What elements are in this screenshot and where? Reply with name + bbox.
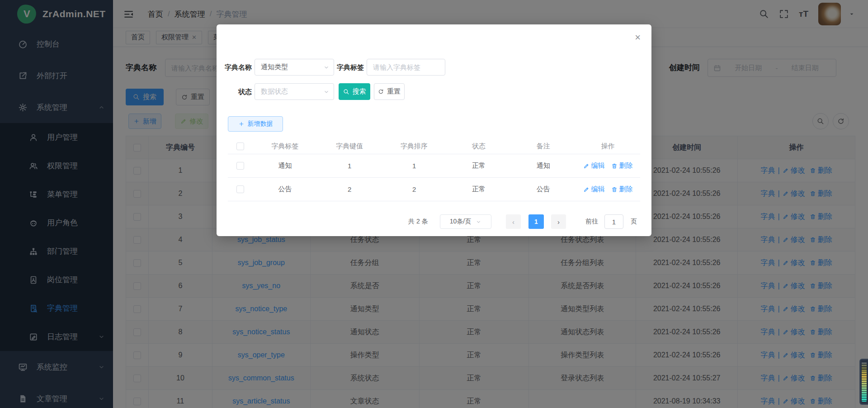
modal-cell-value: 1 bbox=[317, 162, 382, 170]
modal-table-header-cell: 备注 bbox=[511, 142, 576, 151]
modal-row-checkbox-cell bbox=[228, 162, 253, 170]
prev-page-button[interactable]: ‹ bbox=[506, 214, 521, 229]
modal-close-icon[interactable]: × bbox=[635, 33, 641, 43]
modal-reset-button[interactable]: 重置 bbox=[374, 83, 405, 100]
modal-table-header-cell: 字典标签 bbox=[253, 142, 317, 151]
modal-table-header-cell: 字典排序 bbox=[382, 142, 447, 151]
page-unit-label: 页 bbox=[631, 218, 637, 226]
modal-cell-value: 2 bbox=[317, 185, 382, 193]
modal-table-body: 通知11正常通知编辑删除公告22正常公告编辑删除 bbox=[228, 154, 640, 201]
modal-cell-remark: 公告 bbox=[511, 185, 576, 194]
dict-data-modal: × 字典名称 通知类型 字典标签 状态 数据状态 搜索 重置 新增数据 字典标签… bbox=[217, 24, 651, 236]
pencil-icon bbox=[583, 186, 590, 193]
chevron-down-icon bbox=[323, 89, 330, 95]
modal-dict-data-table: 字典标签字典键值字典排序状态备注操作 通知11正常通知编辑删除公告22正常公告编… bbox=[228, 139, 640, 201]
modal-table-header-row: 字典标签字典键值字典排序状态备注操作 bbox=[228, 139, 640, 154]
modal-dict-label-input[interactable] bbox=[367, 59, 445, 76]
modal-status-select[interactable]: 数据状态 bbox=[255, 83, 334, 100]
modal-delete-link[interactable]: 删除 bbox=[611, 185, 633, 194]
modal-row-actions-cell: 编辑删除 bbox=[576, 161, 640, 170]
modal-dict-name-select[interactable]: 通知类型 bbox=[255, 59, 334, 76]
next-page-button[interactable]: › bbox=[551, 214, 566, 229]
modal-cell-status: 正常 bbox=[446, 161, 511, 170]
modal-dict-name-label: 字典名称 bbox=[217, 59, 252, 76]
modal-cell-status: 正常 bbox=[446, 185, 511, 194]
goto-label: 前往 bbox=[585, 218, 598, 226]
modal-table-header-cell: 操作 bbox=[576, 142, 640, 151]
trash-icon bbox=[611, 163, 618, 169]
modal-status-label: 状态 bbox=[217, 83, 252, 100]
modal-row-checkbox[interactable] bbox=[236, 185, 244, 193]
app-root: V ZrAdmin.NET 控制台 外部打开 系统管理 用户管理 权限管理 bbox=[0, 0, 868, 408]
page-size-select[interactable]: 10条/页 bbox=[440, 214, 491, 229]
modal-cell-sort: 1 bbox=[382, 162, 447, 170]
modal-pagination: 共 2 条 10条/页 ‹ 1 › 前往 页 bbox=[217, 214, 651, 229]
modal-row-checkbox-cell bbox=[228, 185, 253, 193]
modal-search-button[interactable]: 搜索 bbox=[339, 83, 370, 100]
modal-table-row: 公告22正常公告编辑删除 bbox=[228, 177, 640, 201]
modal-header-checkbox-cell bbox=[228, 142, 253, 150]
scroll-stripes bbox=[862, 362, 867, 402]
modal-table-header-cell: 状态 bbox=[446, 142, 511, 151]
chevron-down-icon bbox=[476, 219, 481, 225]
modal-cell-label: 公告 bbox=[253, 185, 317, 194]
modal-delete-link[interactable]: 删除 bbox=[611, 161, 633, 170]
modal-table-row: 通知11正常通知编辑删除 bbox=[228, 154, 640, 177]
modal-dict-label-label: 字典标签 bbox=[333, 59, 364, 76]
chevron-down-icon bbox=[323, 64, 330, 71]
modal-select-all-checkbox[interactable] bbox=[236, 142, 244, 150]
current-page-button[interactable]: 1 bbox=[528, 214, 544, 229]
modal-add-data-button[interactable]: 新增数据 bbox=[228, 116, 283, 132]
trash-icon bbox=[611, 186, 618, 193]
modal-cell-sort: 2 bbox=[382, 185, 447, 193]
goto-page-input[interactable] bbox=[604, 214, 623, 229]
modal-edit-link[interactable]: 编辑 bbox=[583, 161, 605, 170]
modal-edit-link[interactable]: 编辑 bbox=[583, 185, 605, 194]
scroll-indicator-widget[interactable] bbox=[859, 359, 868, 405]
refresh-icon bbox=[378, 89, 384, 95]
plus-icon bbox=[238, 121, 245, 127]
modal-cell-label: 通知 bbox=[253, 161, 317, 170]
modal-row-checkbox[interactable] bbox=[236, 162, 244, 170]
pencil-icon bbox=[583, 163, 590, 169]
modal-row-actions-cell: 编辑删除 bbox=[576, 185, 640, 194]
pagination-total: 共 2 条 bbox=[408, 218, 428, 226]
modal-table-header-cell: 字典键值 bbox=[317, 142, 382, 151]
search-icon bbox=[343, 89, 349, 95]
modal-cell-remark: 通知 bbox=[511, 161, 576, 170]
